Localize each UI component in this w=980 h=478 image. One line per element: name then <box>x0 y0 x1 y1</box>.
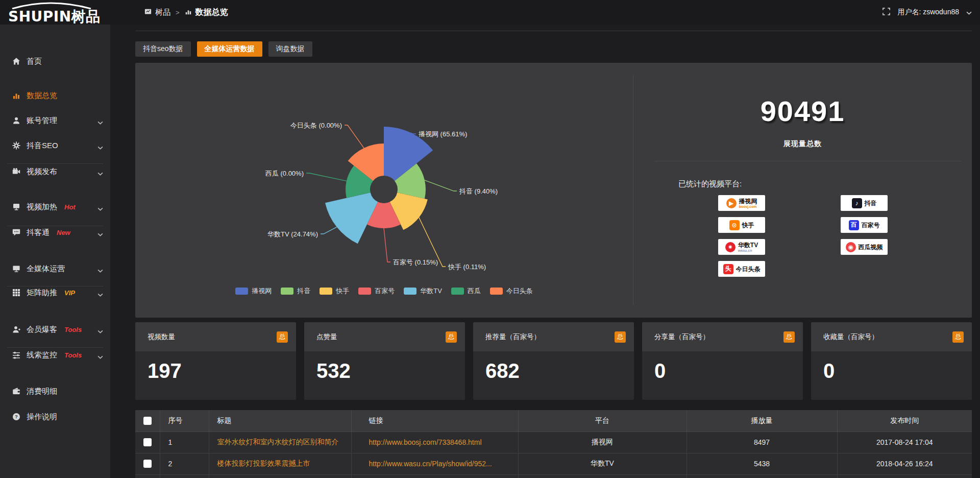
chevron-down-icon <box>97 229 103 238</box>
total-badge[interactable]: 总 <box>615 331 626 343</box>
pie-label-播视网: 播视网 (65.61%) <box>419 130 467 138</box>
sidebar-item-4[interactable]: 抖音SEO <box>0 135 110 156</box>
sidebar-item-label: 消费明细 <box>27 387 57 396</box>
table-header-row: 序号标题链接平台播放量发布时间 <box>135 410 972 432</box>
videos-table: 序号标题链接平台播放量发布时间1室外水纹灯和室内水纹灯的区别和简介http://… <box>135 410 972 478</box>
user-icon <box>12 116 20 125</box>
pie-slice-华数TV[interactable] <box>325 193 378 244</box>
row-index: 1 <box>160 432 209 453</box>
username-label[interactable]: 用户名: zswodun88 <box>897 8 959 17</box>
sidebar-item-8[interactable]: 全媒体运营 <box>0 258 110 279</box>
legend-item-百家号[interactable]: 百家号 <box>358 286 395 296</box>
legend-swatch <box>404 288 416 295</box>
legend-label: 播视网 <box>252 286 272 296</box>
chevron-down-icon <box>97 266 103 274</box>
breadcrumb-root[interactable]: 树品 <box>155 8 170 17</box>
logo-text-cn: 树品 <box>71 9 101 25</box>
chevron-down-icon <box>97 204 103 212</box>
sidebar-item-1[interactable]: 首页 <box>0 51 110 71</box>
sidebar-divider <box>7 286 103 286</box>
fullscreen-icon[interactable] <box>883 8 890 17</box>
platform-badge-name: 西瓜视频 <box>859 244 883 250</box>
stat-card-header: 收藏量（百家号）总 <box>811 322 972 351</box>
legend-item-播视网[interactable]: 播视网 <box>235 286 272 296</box>
sidebar-item-13[interactable]: ?操作说明 <box>0 407 110 427</box>
tab-1[interactable]: 抖音seo数据 <box>135 41 191 57</box>
select-all-checkbox[interactable] <box>143 417 152 425</box>
sidebar-item-badge: Hot <box>64 203 76 211</box>
tab-3[interactable]: 询盘数据 <box>268 41 312 57</box>
legend-item-华数TV[interactable]: 华数TV <box>404 286 442 296</box>
row-title[interactable]: 楼体投影灯投影效果震撼上市 <box>209 453 351 474</box>
pie-label-抖音: 抖音 (9.40%) <box>459 187 498 195</box>
sidebar-item-badge: VIP <box>64 289 75 297</box>
legend-item-今日头条[interactable]: 今日头条 <box>490 286 533 296</box>
sidebar-item-label: 视频加热 <box>27 202 57 212</box>
video-camera-icon <box>12 168 20 176</box>
question-circle-icon: ? <box>12 413 20 421</box>
row-link[interactable]: http://www.wasu.cn/Play/show/id/952... <box>351 453 518 474</box>
stat-card-2: 点赞量总532 <box>304 322 465 400</box>
legend-label: 华数TV <box>420 286 442 296</box>
sidebar-item-10[interactable]: 会员爆客Tools <box>0 319 110 340</box>
wasu-logo: ✷ <box>725 242 736 252</box>
breadcrumb-current[interactable]: 数据总览 <box>195 7 228 18</box>
stat-card-title: 推荐量（百家号） <box>485 332 541 342</box>
app-logo: SHUPIN树品 <box>5 1 112 25</box>
row-title[interactable]: 室外水纹灯和室内水纹灯的区别和简介 <box>209 432 351 453</box>
sidebar-item-7[interactable]: 抖客通New <box>0 222 110 243</box>
total-badge[interactable]: 总 <box>277 331 288 343</box>
app-grid-icon <box>144 8 152 17</box>
total-badge[interactable]: 总 <box>952 331 964 343</box>
stat-card-title: 视频数量 <box>148 332 175 342</box>
total-badge[interactable]: 总 <box>783 331 795 343</box>
platform-badge-name: 华数TV <box>738 242 758 248</box>
user-chevron-down-icon[interactable] <box>966 8 972 16</box>
tab-2[interactable]: 全媒体运营数据 <box>197 41 262 57</box>
sidebar-item-2[interactable]: 数据总览 <box>0 85 110 106</box>
col-header-platform: 平台 <box>518 410 687 432</box>
chevron-down-icon <box>97 169 103 177</box>
baijiahao-logo: 百 <box>849 220 859 230</box>
platform-badge-快手: ⊙快手 <box>718 217 765 233</box>
legend-item-西瓜[interactable]: 西瓜 <box>451 286 481 296</box>
row-link[interactable] <box>351 474 518 478</box>
legend-swatch <box>281 288 293 295</box>
sidebar-item-5[interactable]: 视频发布 <box>0 161 110 182</box>
col-header-title: 标题 <box>209 410 351 432</box>
legend-item-快手[interactable]: 快手 <box>320 286 349 296</box>
total-badge[interactable]: 总 <box>446 331 457 343</box>
sidebar-item-label: 账号管理 <box>27 116 57 126</box>
dashboard-page: SHUPIN树品 树品 > 数据总览 用户名: zswodun88 首页数据总览… <box>0 0 980 478</box>
sidebar-item-label: 首页 <box>27 57 42 66</box>
stat-card-1: 视频数量总197 <box>135 322 296 400</box>
col-header-link: 链接 <box>351 410 518 432</box>
legend-swatch <box>451 288 464 295</box>
sidebar-item-11[interactable]: 线索监控Tools <box>0 345 110 365</box>
sidebar-item-3[interactable]: 账号管理 <box>0 110 110 131</box>
platforms-section-label: 已统计的视频平台: <box>678 179 742 189</box>
row-checkbox[interactable] <box>143 438 152 446</box>
row-index: 2 <box>160 453 209 474</box>
xigua-logo: ◉ <box>846 242 856 252</box>
row-platform <box>518 474 687 478</box>
row-title[interactable] <box>209 474 351 478</box>
legend-swatch <box>320 288 332 295</box>
sidebar-item-6[interactable]: 视频加热Hot <box>0 197 110 217</box>
sidebar-item-label: 全媒体运营 <box>27 264 65 274</box>
chevron-down-icon <box>97 117 103 126</box>
sidebar-item-label: 抖音SEO <box>27 141 58 151</box>
row-link[interactable]: http://www.boosj.com/7338468.html <box>351 432 518 453</box>
legend-swatch <box>235 288 248 295</box>
sidebar-item-label: 操作说明 <box>27 412 57 422</box>
monitor-icon <box>12 265 20 273</box>
row-index <box>160 474 209 478</box>
chevron-down-icon <box>97 352 103 361</box>
sidebar-item-12[interactable]: 消费明细 <box>0 381 110 401</box>
sidebar-item-badge: Tools <box>64 351 82 359</box>
sidebar-item-9[interactable]: 矩阵助推VIP <box>0 282 110 303</box>
legend-item-抖音[interactable]: 抖音 <box>281 286 310 296</box>
row-checkbox[interactable] <box>143 460 152 468</box>
summary-divider <box>655 161 962 161</box>
platform-share-pie-chart[interactable]: 播视网 (65.61%)抖音 (9.40%)快手 (0.11%)百家号 (0.1… <box>135 63 633 285</box>
